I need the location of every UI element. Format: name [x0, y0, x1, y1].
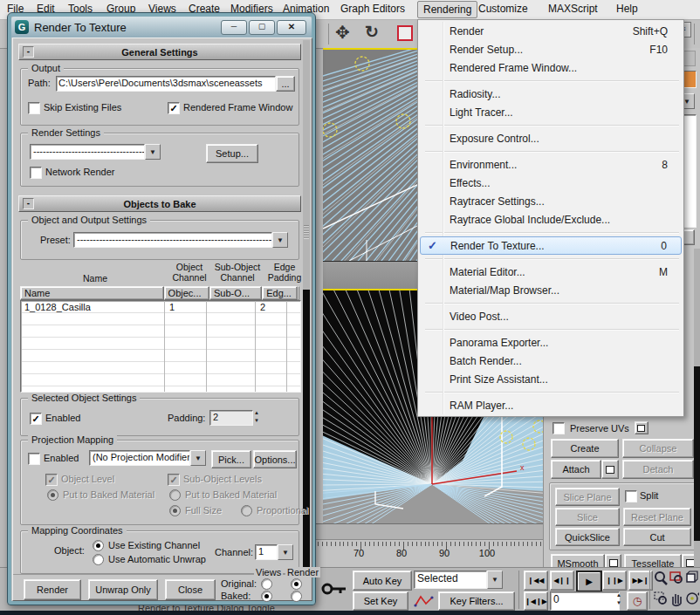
slice-button[interactable]: Slice: [555, 508, 620, 526]
menu-item-batch-render[interactable]: Batch Render...: [420, 352, 682, 370]
dialog-scrollbar[interactable]: [303, 40, 310, 571]
zoom-extents-icon[interactable]: [684, 570, 700, 587]
dialog-titlebar[interactable]: G Render To Texture ─ ▢ ✕: [11, 17, 312, 38]
reset-plane-button[interactable]: Reset Plane: [623, 508, 691, 526]
table-row[interactable]: 1_0128_Casilla 1 2: [21, 301, 300, 313]
enabled-checkbox[interactable]: ✓: [30, 413, 42, 425]
panel-scrollbar[interactable]: [694, 249, 700, 568]
menu-item-raytrace-global-include-exclude[interactable]: Raytrace Global Include/Exclude...: [420, 210, 682, 229]
menubar-item-graph-editors[interactable]: Graph Editors: [340, 3, 405, 15]
padding-spinner[interactable]: ▲▼: [251, 409, 262, 425]
chevron-down-icon[interactable]: ▼: [190, 450, 206, 466]
menu-item-video-post[interactable]: Video Post...: [420, 307, 682, 325]
dialog-scrollbar-grip[interactable]: [304, 225, 309, 239]
minimize-button[interactable]: ─: [221, 20, 247, 35]
select-rotate-icon[interactable]: ↻: [365, 22, 379, 42]
projection-enabled-checkbox[interactable]: [28, 453, 40, 465]
key-mode-toggle-button[interactable]: ❙◀❙▶: [524, 591, 548, 611]
current-frame-field[interactable]: 0: [550, 591, 620, 611]
menubar-item-rendering[interactable]: Rendering: [417, 1, 477, 18]
skip-existing-checkbox[interactable]: [28, 102, 40, 114]
sub-object-levels-checkbox[interactable]: ✓: [168, 474, 180, 486]
menubar-item-help[interactable]: Help: [616, 3, 638, 15]
previous-frame-button[interactable]: ◀❙❙: [550, 571, 574, 591]
options-button[interactable]: Options...: [253, 450, 297, 468]
path-field[interactable]: C:\Users\Pere\Documents\3dsmax\sceneasse…: [56, 76, 276, 92]
column-header-subobject-channel[interactable]: Sub-O...: [209, 286, 262, 300]
render-preset-dropdown[interactable]: ------------------------------------- ▼: [30, 144, 161, 160]
use-automatic-unwrap-radio[interactable]: [93, 554, 104, 565]
baked-render-radio[interactable]: [291, 591, 302, 602]
menu-item-panorama-exporter[interactable]: Panorama Exporter...: [420, 333, 682, 352]
split-checkbox[interactable]: [625, 490, 637, 502]
column-header-edge-padding[interactable]: Edg...: [262, 286, 298, 300]
key-filters-button[interactable]: Key Filters...: [438, 591, 515, 611]
chevron-down-icon[interactable]: ▼: [272, 232, 288, 248]
render-button[interactable]: Render: [24, 579, 81, 600]
menu-item-render-setup[interactable]: Render Setup...F10: [420, 40, 682, 58]
chevron-down-icon[interactable]: ▼: [278, 544, 293, 560]
menu-item-light-tracer[interactable]: Light Tracer...: [420, 103, 682, 121]
menu-item-exposure-control[interactable]: Exposure Control...: [420, 129, 682, 147]
menu-item-environment[interactable]: Environment...8: [420, 155, 682, 174]
new-key-curve-icon[interactable]: [414, 593, 435, 608]
rendered-frame-window-checkbox[interactable]: ✓: [168, 102, 180, 114]
pan-hand-icon[interactable]: [669, 590, 684, 607]
padding-field[interactable]: 2: [209, 410, 253, 426]
chevron-down-icon[interactable]: ▼: [487, 571, 503, 589]
rollout-general-settings[interactable]: - General Settings: [18, 44, 301, 60]
menu-item-print-size-assistant[interactable]: Print Size Assistant...: [420, 370, 682, 388]
collapse-button[interactable]: Collapse: [622, 439, 694, 458]
column-header-object-channel[interactable]: Objec...: [164, 286, 209, 300]
arc-rotate-icon[interactable]: [684, 590, 700, 607]
menubar-item-maxscript[interactable]: MAXScript: [548, 3, 598, 15]
dialog-scrollbar-thumb[interactable]: [303, 290, 310, 571]
menu-item-effects[interactable]: Effects...: [420, 174, 682, 192]
attach-button[interactable]: Attach: [551, 460, 601, 479]
put-to-baked-material-radio-1[interactable]: [47, 489, 58, 501]
close-button[interactable]: ✕: [277, 20, 306, 35]
zoom-all-icon[interactable]: [669, 570, 684, 587]
network-render-checkbox[interactable]: [30, 167, 42, 179]
close-dialog-button[interactable]: Close: [165, 579, 216, 600]
maximize-button[interactable]: ▢: [249, 20, 275, 35]
menu-item-rendered-frame-window[interactable]: Rendered Frame Window...: [420, 58, 682, 77]
play-button[interactable]: ▶: [576, 571, 602, 592]
browse-button[interactable]: ...: [276, 76, 295, 92]
go-to-start-button[interactable]: ❙◀◀: [524, 571, 548, 591]
menubar-item-customize[interactable]: Customize: [478, 3, 528, 15]
menu-item-ram-player[interactable]: RAM Player...: [420, 396, 682, 414]
region-zoom-icon[interactable]: [653, 590, 669, 607]
detach-button[interactable]: Detach: [622, 460, 694, 479]
collapse-icon[interactable]: -: [23, 46, 34, 58]
select-move-icon[interactable]: ✥: [335, 22, 350, 43]
cut-button[interactable]: Cut: [623, 528, 691, 546]
setup-button[interactable]: Setup...: [206, 144, 258, 163]
frame-spinner[interactable]: ▲▼: [614, 591, 623, 609]
baked-views-radio[interactable]: [261, 591, 272, 602]
track-bar[interactable]: [316, 523, 543, 540]
attach-settings-button[interactable]: [601, 460, 619, 479]
proportional-radio[interactable]: [241, 505, 252, 516]
zoom-icon[interactable]: [653, 570, 669, 587]
pick-button[interactable]: Pick...: [211, 450, 251, 468]
menu-item-radiosity[interactable]: Radiosity...: [420, 85, 682, 103]
selection-set-dropdown[interactable]: Selected ▼: [414, 571, 503, 589]
unwrap-only-button[interactable]: Unwrap Only: [88, 579, 158, 600]
next-frame-button[interactable]: ❙❙▶: [602, 571, 627, 591]
menu-item-material-map-browser[interactable]: Material/Map Browser...: [420, 281, 682, 299]
bake-preset-dropdown[interactable]: ----------------------------------------…: [73, 232, 288, 248]
auto-key-button[interactable]: Auto Key: [353, 571, 412, 591]
menu-item-raytracer-settings[interactable]: Raytracer Settings...: [420, 192, 682, 210]
original-views-radio[interactable]: [261, 578, 272, 590]
use-existing-channel-radio[interactable]: [93, 540, 104, 551]
rollout-objects-to-bake[interactable]: - Objects to Bake: [18, 195, 301, 212]
object-level-checkbox[interactable]: ✓: [45, 474, 58, 486]
panel-scrollbar-thumb[interactable]: [694, 366, 700, 541]
time-configuration-button[interactable]: ◷: [627, 591, 648, 611]
objects-list[interactable]: 1_0128_Casilla 1 2: [20, 300, 301, 393]
chevron-down-icon[interactable]: ▼: [145, 144, 161, 160]
collapse-icon[interactable]: -: [23, 198, 34, 209]
create-button[interactable]: Create: [551, 439, 619, 458]
put-to-baked-material-radio-2[interactable]: [169, 489, 181, 501]
